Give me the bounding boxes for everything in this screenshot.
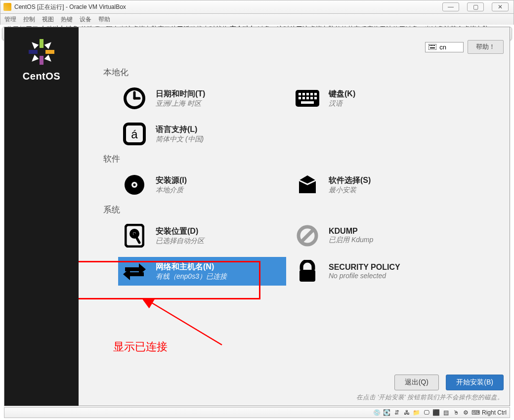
svg-rect-19 [302, 93, 305, 95]
spoke-keyboard[interactable]: 键盘(K) 汉语 [291, 84, 459, 113]
spoke-sub: 简体中文 (中国) [156, 135, 204, 144]
footer-note: 在点击 '开始安装' 按钮前我们并不会操作您的磁盘。 [79, 393, 504, 402]
sb-mouse-icon[interactable]: 🖱 [452, 409, 460, 417]
svg-text:á: á [131, 127, 138, 141]
spoke-datetime[interactable]: 日期和时间(T) 亚洲/上海 时区 [118, 84, 286, 113]
sb-shared-folder-icon[interactable]: 📁 [413, 409, 421, 417]
sb-settings-icon[interactable]: ⚙ [462, 409, 470, 417]
spoke-language-support[interactable]: á 语言支持(L) 简体中文 (中国) [118, 120, 286, 148]
spoke-title: 网络和主机名(N) [156, 262, 227, 272]
package-icon [295, 172, 320, 197]
spoke-kdump[interactable]: KDUMP 已启用 Kdump [291, 221, 459, 250]
window-titlebar: CentOS [正在运行] - Oracle VM VirtualBox — ▢… [0, 0, 514, 14]
spoke-installation-destination[interactable]: 安装位置(D) 已选择自动分区 [118, 221, 286, 250]
sb-hdd-icon[interactable]: 💿 [373, 409, 381, 417]
minimize-button[interactable]: — [442, 2, 459, 11]
disc-icon [122, 172, 147, 197]
svg-marker-12 [30, 55, 39, 64]
section-head-software: 软件 [103, 153, 500, 165]
spoke-software-selection[interactable]: 软件选择(S) 最小安装 [291, 170, 459, 199]
menu-devices[interactable]: 设备 [80, 15, 91, 24]
spoke-network-hostname[interactable]: 网络和主机名(N) 有线（enp0s3）已连接 [118, 257, 286, 286]
svg-rect-7 [45, 50, 54, 54]
close-button[interactable]: ✕ [492, 2, 509, 11]
svg-rect-27 [314, 97, 317, 99]
virtualbox-icon [3, 3, 11, 11]
spoke-title: KDUMP [329, 227, 373, 236]
spoke-title: 键盘(K) [329, 89, 355, 99]
svg-marker-13 [30, 40, 39, 49]
spoke-sub: 汉语 [329, 99, 355, 108]
svg-rect-5 [430, 47, 435, 48]
svg-rect-18 [299, 93, 301, 95]
sb-hostkey-icon: ⌨ [472, 409, 480, 417]
help-button[interactable]: 帮助！ [468, 40, 504, 54]
svg-rect-24 [302, 97, 305, 99]
keyboard-layout-indicator[interactable]: cn [425, 42, 464, 52]
spoke-title: 语言支持(L) [156, 125, 204, 135]
sb-usb-icon[interactable]: ⇵ [393, 409, 401, 417]
spoke-title: 安装位置(D) [156, 226, 204, 237]
kdump-icon [295, 223, 320, 248]
spoke-installation-source[interactable]: 安装源(I) 本地介质 [118, 170, 286, 199]
spoke-sub: 有线（enp0s3）已连接 [156, 272, 227, 281]
svg-rect-21 [310, 93, 313, 95]
svg-rect-4 [434, 45, 435, 46]
menu-view[interactable]: 视图 [42, 15, 54, 24]
menu-control[interactable]: 控制 [23, 15, 35, 24]
svg-point-33 [133, 184, 136, 186]
menubar: 管理 控制 视图 热键 设备 帮助 [0, 14, 514, 25]
svg-rect-22 [314, 93, 317, 95]
svg-rect-6 [40, 39, 43, 48]
spoke-sub: 本地介质 [156, 186, 187, 195]
menu-input[interactable]: 热键 [61, 15, 73, 24]
spoke-title: SECURITY POLICY [329, 263, 400, 272]
svg-rect-20 [306, 93, 309, 95]
svg-rect-2 [431, 45, 432, 46]
footer: 退出(Q) 开始安装(B) 在点击 '开始安装' 按钮前我们并不会操作您的磁盘。 [79, 375, 504, 402]
spoke-title: 安装源(I) [156, 175, 187, 186]
svg-rect-9 [29, 50, 38, 54]
harddisk-icon [122, 223, 147, 248]
sidebar: CentOS [4, 27, 79, 406]
menu-help[interactable]: 帮助 [98, 15, 110, 24]
keyboard-icon [428, 44, 436, 50]
maximize-button[interactable]: ▢ [467, 2, 484, 11]
sb-network-icon[interactable]: 🖧 [403, 409, 411, 417]
clock-icon [122, 86, 147, 111]
sb-cpu-icon[interactable]: ▤ [442, 409, 450, 417]
svg-rect-1 [429, 45, 430, 46]
svg-rect-8 [40, 56, 43, 65]
svg-line-40 [150, 302, 222, 345]
section-head-localization: 本地化 [103, 67, 500, 78]
lock-icon [295, 259, 320, 284]
section-head-system: 系统 [103, 204, 500, 215]
guest-screen: cn 帮助！ CentOS 本地化 [4, 27, 510, 406]
menu-manage[interactable]: 管理 [4, 15, 16, 24]
spoke-title: 日期和时间(T) [156, 89, 205, 99]
svg-line-38 [302, 230, 313, 241]
keyboard-layout-label: cn [439, 43, 446, 51]
hostkey-label: Right Ctrl [482, 409, 507, 416]
keyboard-solid-icon [295, 86, 320, 111]
svg-rect-23 [299, 97, 301, 99]
svg-rect-39 [300, 270, 315, 282]
svg-rect-25 [306, 97, 309, 99]
sb-recording-icon[interactable]: ⬛ [432, 409, 440, 417]
virtualbox-statusbar: 💿 💽 ⇵ 🖧 📁 🖵 ⬛ ▤ 🖱 ⚙ ⌨ Right Ctrl [4, 407, 510, 418]
annotation-label: 显示已连接 [113, 339, 168, 354]
quit-button[interactable]: 退出(Q) [394, 375, 439, 390]
begin-install-button[interactable]: 开始安装(B) [446, 375, 504, 390]
network-arrows-icon [122, 259, 147, 284]
sb-optical-icon[interactable]: 💽 [383, 409, 391, 417]
spoke-sub: 最小安装 [329, 186, 371, 195]
installation-summary: 本地化 日期和时间(T) 亚洲/上海 时区 键盘(K) 汉语 [79, 57, 510, 376]
svg-rect-0 [428, 44, 436, 50]
spoke-sub: 亚洲/上海 时区 [156, 99, 205, 108]
spoke-security-policy[interactable]: SECURITY POLICY No profile selected [291, 257, 459, 286]
brand-label: CentOS [23, 71, 60, 82]
spoke-sub: 已启用 Kdump [329, 236, 373, 245]
spoke-sub: No profile selected [329, 272, 400, 280]
svg-rect-26 [310, 97, 313, 99]
sb-display-icon[interactable]: 🖵 [423, 409, 430, 417]
